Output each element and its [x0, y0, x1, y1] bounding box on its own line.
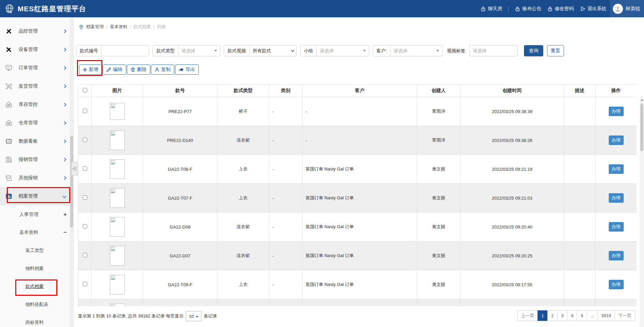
breadcrumb-item[interactable]: 基本资料	[110, 24, 128, 30]
sidebar-item-inventory[interactable]: 库存管控	[0, 95, 70, 114]
row-checkbox[interactable]	[83, 195, 87, 200]
top-menu: 聊天房 验布公告 修改密码 退出系统	[481, 0, 606, 17]
cell-creator: 黄文丽	[417, 184, 461, 213]
sidebar-item-shipping[interactable]: 发货管理	[0, 77, 70, 95]
select-all-checkbox[interactable]	[83, 88, 87, 92]
sidebar-item-label: 其他报销	[19, 175, 38, 181]
search-button[interactable]: 查询	[524, 45, 543, 56]
cell-style-type: 上衣	[217, 184, 269, 213]
receipt-icon	[5, 156, 13, 163]
menu-logout[interactable]: 退出系统	[580, 6, 606, 12]
caret-up-icon	[196, 315, 198, 317]
handle-button[interactable]: 办理	[609, 107, 624, 116]
cell-created-at: 2022/03/25 09:21:03	[461, 184, 564, 213]
column-header-category: 类别	[269, 85, 303, 97]
cell-category: -	[269, 97, 303, 126]
row-checkbox[interactable]	[83, 224, 87, 229]
prev-page-button[interactable]: 上一页	[517, 310, 538, 321]
chevron-right-icon	[62, 48, 66, 51]
row-checkbox[interactable]	[83, 109, 87, 113]
delete-button[interactable]: 删除	[127, 65, 150, 75]
sidebar-scrollbar-thumb[interactable]	[70, 136, 73, 228]
customer-select[interactable]: 请选择	[391, 46, 442, 56]
handle-button[interactable]: 办理	[609, 251, 624, 260]
cell-style-type: 上衣	[217, 270, 269, 299]
cell-style-no: PRE22-P77	[143, 97, 217, 126]
menu-chat[interactable]: 聊天房	[481, 6, 502, 12]
cell-style-no: GA22-D08	[143, 213, 217, 241]
page-button-5[interactable]: 5	[577, 310, 587, 321]
menu-password[interactable]: 修改密码	[547, 6, 574, 12]
filter-style-type-label: 款式类型	[153, 46, 178, 56]
reset-button[interactable]: 重置	[547, 45, 564, 56]
scrollbar-up-arrow[interactable]	[641, 99, 643, 101]
broken-image-placeholder	[110, 217, 125, 237]
breadcrumb-item[interactable]: 档案管理	[86, 24, 104, 30]
style-video-select[interactable]: 所有款式	[250, 46, 296, 56]
cell-description	[564, 97, 596, 126]
handle-button[interactable]: 办理	[609, 222, 624, 232]
sidebar-item-basic-data[interactable]: 基本资料 −	[0, 223, 70, 241]
sidebar-item-other-expense[interactable]: 其他报销	[0, 169, 70, 187]
cell-style-type: 连衣裙	[217, 241, 269, 270]
sidebar-item-hr[interactable]: 人事管理 +	[0, 205, 70, 223]
sidebar-item-label: 数据看板	[19, 138, 38, 144]
row-checkbox[interactable]	[83, 166, 87, 171]
sidebar-item-warehouse[interactable]: 仓库管理	[0, 114, 70, 132]
add-button[interactable]: 新增	[79, 65, 102, 75]
page-button-1[interactable]: 1	[538, 310, 548, 321]
page-size-value: 10	[189, 314, 194, 319]
cell-customer: 英国订单 Nasty Gal 订单	[303, 155, 417, 184]
page-ellipsis: ...	[587, 310, 598, 321]
copy-button[interactable]: 复制	[151, 65, 174, 75]
next-page-button[interactable]: 下一页	[614, 310, 635, 321]
export-button[interactable]: 导出	[175, 65, 199, 75]
handle-button[interactable]: 办理	[609, 193, 624, 203]
user-panel[interactable]: 林英锐	[610, 0, 644, 17]
video-tag-input[interactable]	[470, 46, 517, 56]
header-checkbox-cell	[78, 85, 92, 97]
sidebar-item-archives[interactable]: 档案管理	[0, 187, 70, 205]
pencil-icon	[106, 67, 111, 72]
sidebar-item-orders[interactable]: 订单管理	[0, 59, 70, 77]
handle-button[interactable]: 办理	[609, 164, 624, 174]
cell-customer: 英国订单 Nasty Gal 订单	[303, 184, 417, 213]
sidebar-item-rework-type[interactable]: 返工类型	[0, 241, 70, 259]
chevron-right-icon	[62, 84, 66, 88]
style-type-select[interactable]: 请选择	[178, 46, 220, 56]
breadcrumb-item[interactable]: 款式档案	[133, 24, 151, 30]
row-checkbox[interactable]	[83, 253, 87, 257]
style-archive-table: 图片 款号 款式类型 类别 客户 创建人 创建时间 描述 操作 PRE22-P7…	[78, 84, 637, 306]
plus-icon	[83, 68, 87, 72]
page-button-last[interactable]: 3919	[598, 310, 615, 321]
vertical-scrollbar-thumb[interactable]	[640, 104, 643, 151]
page-button-3[interactable]: 3	[557, 310, 567, 321]
edit-button[interactable]: 编辑	[103, 65, 126, 75]
sidebar-item-expense[interactable]: 报销管理	[0, 150, 70, 169]
table-row: PRE22-P77 裤子 - - 覃雨洋 2022/03/25 09:38:39…	[78, 97, 637, 126]
cell-category: -	[269, 241, 303, 270]
page-button-2[interactable]: 2	[547, 310, 558, 321]
sidebar-item-dashboard[interactable]: 数据看板	[0, 132, 70, 150]
sidebar-collapse-handle[interactable]	[71, 162, 78, 176]
page-size-select[interactable]: 10	[186, 311, 201, 321]
sidebar-item-material-match[interactable]: 物料搭配表	[0, 295, 70, 313]
row-checkbox[interactable]	[83, 138, 87, 142]
row-checkbox[interactable]	[83, 282, 87, 286]
style-no-input[interactable]	[102, 46, 149, 56]
filter-style-type: 款式类型 请选择	[153, 45, 220, 56]
handle-button[interactable]: 办理	[609, 135, 624, 145]
chevron-right-icon	[62, 176, 66, 180]
sidebar-item-trademark[interactable]: 商标资料	[0, 313, 70, 327]
table-row: GA22-T07-F 上衣 - 英国订单 Nasty Gal 订单 黄文丽 20…	[78, 184, 637, 213]
filter-customer: 客户: 请选择	[373, 45, 443, 56]
sidebar-item-style-archive[interactable]: 款式档案	[0, 277, 70, 295]
sidebar-item-equipment[interactable]: 设备管理	[0, 40, 70, 59]
page-button-4[interactable]: 4	[567, 310, 577, 321]
group-select[interactable]: 请选择	[317, 46, 369, 56]
sidebar-item-quality[interactable]: 品控管理	[0, 22, 70, 40]
handle-button[interactable]: 办理	[609, 280, 624, 289]
sidebar-item-material-archive[interactable]: 物料档案	[0, 259, 70, 277]
menu-notice[interactable]: 验布公告	[515, 6, 541, 12]
breadcrumb-item: 列表	[157, 24, 166, 30]
